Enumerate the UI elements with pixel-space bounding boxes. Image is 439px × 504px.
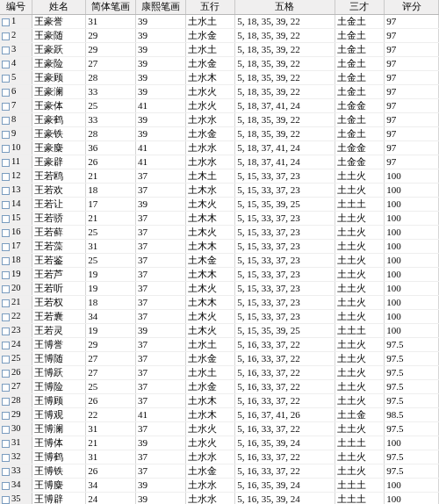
- table-row[interactable]: 32王博鹤3137土水水5, 16, 33, 37, 22土土火97.5: [0, 450, 439, 464]
- checkbox-icon[interactable]: [2, 454, 10, 462]
- table-row[interactable]: 34王博麋3439土水水5, 16, 35, 39, 24土土土100: [0, 478, 439, 492]
- row-index-cell[interactable]: 19: [0, 267, 32, 281]
- table-row[interactable]: 23王若灵1939土木火5, 15, 35, 39, 25土土土100: [0, 323, 439, 337]
- row-index-cell[interactable]: 2: [0, 28, 32, 42]
- col-header-wx[interactable]: 五行: [185, 0, 235, 14]
- row-index-cell[interactable]: 23: [0, 323, 32, 337]
- table-row[interactable]: 8王豪鹤3339土水水5, 18, 35, 39, 22土金土97: [0, 112, 439, 126]
- row-index-cell[interactable]: 33: [0, 464, 32, 478]
- row-index-cell[interactable]: 10: [0, 140, 32, 155]
- checkbox-icon[interactable]: [2, 103, 10, 111]
- col-header-sb[interactable]: 简体笔画: [86, 0, 136, 14]
- row-index-cell[interactable]: 35: [0, 492, 32, 504]
- checkbox-icon[interactable]: [2, 271, 10, 279]
- checkbox-icon[interactable]: [2, 159, 10, 167]
- row-index-cell[interactable]: 29: [0, 407, 32, 421]
- table-row[interactable]: 13王若欢1837土木水5, 15, 33, 37, 23土土火100: [0, 183, 439, 197]
- row-index-cell[interactable]: 3: [0, 42, 32, 56]
- checkbox-icon[interactable]: [2, 145, 10, 153]
- checkbox-icon[interactable]: [2, 342, 10, 349]
- row-index-cell[interactable]: 15: [0, 211, 32, 225]
- checkbox-icon[interactable]: [2, 412, 10, 420]
- table-row[interactable]: 7王豪体2541土水火5, 18, 37, 41, 24土金金97: [0, 98, 439, 112]
- row-index-cell[interactable]: 27: [0, 379, 32, 393]
- table-row[interactable]: 5王豪顾2839土水木5, 18, 35, 39, 22土金土97: [0, 70, 439, 84]
- row-index-cell[interactable]: 34: [0, 478, 32, 492]
- row-index-cell[interactable]: 21: [0, 295, 32, 309]
- row-index-cell[interactable]: 17: [0, 239, 32, 253]
- checkbox-icon[interactable]: [2, 18, 10, 26]
- checkbox-icon[interactable]: [2, 426, 10, 434]
- table-row[interactable]: 11王豪辟2641土水水5, 18, 37, 41, 24土金金97: [0, 155, 439, 169]
- checkbox-icon[interactable]: [2, 257, 10, 265]
- row-index-cell[interactable]: 7: [0, 98, 32, 112]
- table-row[interactable]: 31王博体2139土水火5, 16, 35, 39, 24土土土100: [0, 436, 439, 450]
- table-row[interactable]: 17王若藻3137土木木5, 15, 33, 37, 23土土火100: [0, 239, 439, 253]
- row-index-cell[interactable]: 13: [0, 183, 32, 197]
- row-index-cell[interactable]: 14: [0, 197, 32, 211]
- row-index-cell[interactable]: 8: [0, 112, 32, 126]
- table-row[interactable]: 24王博誉2937土水土5, 16, 33, 37, 22土土火97.5: [0, 337, 439, 351]
- table-row[interactable]: 19王若芦1937土木木5, 15, 33, 37, 23土土火100: [0, 267, 439, 281]
- checkbox-icon[interactable]: [2, 482, 10, 490]
- checkbox-icon[interactable]: [2, 384, 10, 392]
- table-row[interactable]: 27王博险2537土水金5, 16, 33, 37, 22土土火97.5: [0, 379, 439, 393]
- row-index-cell[interactable]: 22: [0, 309, 32, 323]
- table-row[interactable]: 15王若骄2137土木木5, 15, 33, 37, 23土土火100: [0, 211, 439, 225]
- checkbox-icon[interactable]: [2, 47, 10, 54]
- col-header-sc[interactable]: 三才: [335, 0, 385, 14]
- row-index-cell[interactable]: 26: [0, 365, 32, 379]
- table-row[interactable]: 26王博跃2737土水土5, 16, 33, 37, 22土土火97.5: [0, 365, 439, 379]
- col-header-kb[interactable]: 康熙笔画: [135, 0, 185, 14]
- row-index-cell[interactable]: 32: [0, 450, 32, 464]
- row-index-cell[interactable]: 9: [0, 126, 32, 140]
- table-row[interactable]: 33王博铁2637土水金5, 16, 33, 37, 22土土火97.5: [0, 464, 439, 478]
- table-row[interactable]: 1王豪誉3139土水土5, 18, 35, 39, 22土金土97: [0, 14, 439, 28]
- row-index-cell[interactable]: 25: [0, 351, 32, 365]
- row-index-cell[interactable]: 31: [0, 436, 32, 450]
- row-index-cell[interactable]: 1: [0, 14, 32, 28]
- table-row[interactable]: 29王博观2241土水木5, 16, 37, 41, 26土土金98.5: [0, 407, 439, 421]
- checkbox-icon[interactable]: [2, 285, 10, 293]
- table-row[interactable]: 16王若藓2537土木火5, 15, 33, 37, 23土土火100: [0, 225, 439, 239]
- row-index-cell[interactable]: 5: [0, 70, 32, 84]
- table-row[interactable]: 22王若囊3437土木火5, 15, 33, 37, 23土土火100: [0, 309, 439, 323]
- table-row[interactable]: 12王若鸥2137土木土5, 15, 33, 37, 23土土火100: [0, 169, 439, 183]
- checkbox-icon[interactable]: [2, 440, 10, 448]
- checkbox-icon[interactable]: [2, 117, 10, 125]
- checkbox-icon[interactable]: [2, 173, 10, 181]
- checkbox-icon[interactable]: [2, 131, 10, 139]
- table-row[interactable]: 20王若听1937土木火5, 15, 33, 37, 23土土火100: [0, 281, 439, 295]
- table-row[interactable]: 6王豪澜3339土水火5, 18, 35, 39, 22土金土97: [0, 84, 439, 98]
- checkbox-icon[interactable]: [2, 229, 10, 237]
- checkbox-icon[interactable]: [2, 370, 10, 378]
- row-index-cell[interactable]: 24: [0, 337, 32, 351]
- col-header-pf[interactable]: 评分: [385, 0, 439, 14]
- checkbox-icon[interactable]: [2, 89, 10, 97]
- table-row[interactable]: 35王博辟2439土水水5, 16, 35, 39, 24土土土100: [0, 492, 439, 504]
- table-row[interactable]: 14王若让1739土木火5, 15, 35, 39, 25土土土100: [0, 197, 439, 211]
- col-header-name[interactable]: 姓名: [32, 0, 86, 14]
- checkbox-icon[interactable]: [2, 201, 10, 209]
- table-row[interactable]: 3王豪跃2939土水土5, 18, 35, 39, 22土金土97: [0, 42, 439, 56]
- table-row[interactable]: 28王博顾2637土水木5, 16, 33, 37, 22土土火97.5: [0, 393, 439, 407]
- checkbox-icon[interactable]: [2, 468, 10, 476]
- row-index-cell[interactable]: 20: [0, 281, 32, 295]
- checkbox-icon[interactable]: [2, 328, 10, 335]
- checkbox-icon[interactable]: [2, 187, 10, 195]
- checkbox-icon[interactable]: [2, 398, 10, 406]
- checkbox-icon[interactable]: [2, 496, 10, 504]
- table-row[interactable]: 2王豪随2939土水金5, 18, 35, 39, 22土金土97: [0, 28, 439, 42]
- table-row[interactable]: 30王博澜3137土水火5, 16, 33, 37, 22土土火97.5: [0, 421, 439, 436]
- table-row[interactable]: 10王豪麋3641土水水5, 18, 37, 41, 24土金金97: [0, 140, 439, 155]
- table-row[interactable]: 21王若权1837土木木5, 15, 33, 37, 23土土火100: [0, 295, 439, 309]
- table-row[interactable]: 25王博随2737土水金5, 16, 33, 37, 22土土火97.5: [0, 351, 439, 365]
- checkbox-icon[interactable]: [2, 215, 10, 223]
- row-index-cell[interactable]: 30: [0, 421, 32, 436]
- col-header-idx[interactable]: 编号: [0, 0, 32, 14]
- checkbox-icon[interactable]: [2, 32, 10, 40]
- table-row[interactable]: 4王豪险2739土水金5, 18, 35, 39, 22土金土97: [0, 56, 439, 70]
- checkbox-icon[interactable]: [2, 243, 10, 251]
- row-index-cell[interactable]: 28: [0, 393, 32, 407]
- checkbox-icon[interactable]: [2, 356, 10, 364]
